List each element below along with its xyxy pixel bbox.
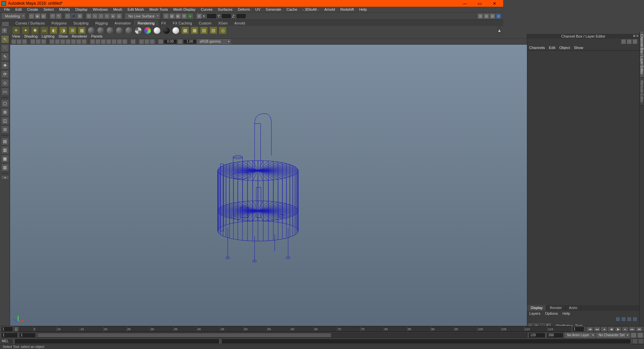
sidebar-toggle-3-icon[interactable]: ▥ <box>490 13 495 19</box>
shelf-tab-custom[interactable]: Custom <box>196 20 215 26</box>
resolution-gate-icon[interactable] <box>60 39 65 44</box>
coord-z-input[interactable] <box>236 13 246 19</box>
phong-material-icon[interactable] <box>106 27 114 35</box>
select-by-hierarchy-icon[interactable]: ⬚ <box>65 13 70 19</box>
menu-select[interactable]: Select <box>41 7 57 12</box>
displacement-icon[interactable] <box>172 27 180 35</box>
menu-arnold[interactable]: Arnold <box>322 7 338 12</box>
anisotropic-material-icon[interactable] <box>115 27 123 35</box>
shadows-icon[interactable] <box>122 39 127 44</box>
menu-modify[interactable]: Modify <box>56 7 72 12</box>
lasso-tool[interactable]: ➰ <box>1 44 9 52</box>
snap-curve-icon[interactable]: ∿ <box>92 13 98 19</box>
gamma-input[interactable] <box>164 39 177 44</box>
custom-layout[interactable]: ▧ <box>1 163 9 171</box>
menu-create[interactable]: Create <box>24 7 41 12</box>
xray-joints-icon[interactable] <box>145 39 149 44</box>
3d-texture-icon[interactable]: ▩ <box>181 27 189 35</box>
ramp-shader-icon[interactable] <box>125 27 133 35</box>
ambient-light-icon[interactable]: ◐ <box>50 27 58 35</box>
blinn-material-icon[interactable] <box>97 27 105 35</box>
menu-mesh-display[interactable]: Mesh Display <box>171 7 198 12</box>
camera-attrs-icon[interactable] <box>17 39 21 44</box>
2d-pan-icon[interactable] <box>36 39 41 44</box>
file-texture-icon[interactable]: ▧ <box>200 27 208 35</box>
xray-components-icon[interactable] <box>150 39 155 44</box>
shading-map-icon[interactable] <box>144 27 152 35</box>
menu-windows[interactable]: Windows <box>90 7 111 12</box>
menu-help[interactable]: Help <box>357 7 370 12</box>
rotate-tool[interactable]: ⟳ <box>1 70 9 78</box>
select-by-object-icon[interactable]: ⬛ <box>71 13 76 19</box>
panel-menu-renderer[interactable]: Renderer <box>72 34 87 38</box>
film-gate-icon[interactable] <box>55 39 60 44</box>
volume-light-icon[interactable]: ◑ <box>59 27 67 35</box>
four-pane-layout[interactable]: ⊞ <box>1 108 9 116</box>
area-light-icon[interactable]: ▭ <box>40 27 48 35</box>
point-light-icon[interactable]: ✦ <box>21 27 30 35</box>
menu-uv[interactable]: UV <box>253 7 263 12</box>
save-scene-icon[interactable]: ▤ <box>41 13 46 19</box>
move-tool[interactable]: ✥ <box>1 61 9 69</box>
select-camera-icon[interactable] <box>11 39 16 44</box>
menu-mesh[interactable]: Mesh <box>110 7 125 12</box>
panel-menu-shading[interactable]: Shading <box>24 34 38 38</box>
psd-texture-icon[interactable]: ▨ <box>209 27 217 35</box>
two-pane-stack-layout[interactable]: ⊟ <box>1 126 9 134</box>
shelf-tab-sculpting[interactable]: Sculpting <box>70 20 92 26</box>
last-tool[interactable]: ▭ <box>1 88 9 96</box>
field-chart-icon[interactable] <box>71 39 76 44</box>
2d-texture-icon[interactable]: ▦ <box>191 27 199 35</box>
new-scene-icon[interactable]: ▢ <box>29 13 34 19</box>
shelf-tab-fx[interactable]: FX <box>158 20 169 26</box>
batch-render-icon[interactable]: ▦ <box>78 27 86 35</box>
coord-y-input[interactable] <box>221 13 231 19</box>
layered-shader-icon[interactable] <box>134 27 142 35</box>
snap-grid-icon[interactable]: ⊡ <box>86 13 92 19</box>
scale-tool[interactable]: ◇ <box>1 79 9 87</box>
construction-history-icon[interactable]: ≡ <box>163 13 169 19</box>
grid-icon[interactable] <box>50 39 54 44</box>
shelf-tab-xgen[interactable]: XGen <box>215 20 231 26</box>
shelf-menu-icon[interactable]: ⚙ <box>2 28 7 33</box>
persp-graph-layout[interactable]: ▥ <box>1 146 9 154</box>
shelf-tab-fx-caching[interactable]: FX Caching <box>169 20 195 26</box>
xray-icon[interactable] <box>139 39 144 44</box>
minimize-button[interactable]: — <box>458 0 472 7</box>
select-by-component-icon[interactable]: ⊞ <box>77 13 83 19</box>
color-space-combo[interactable]: sRGB gamma <box>197 39 231 44</box>
grease-pencil-icon[interactable] <box>41 39 46 44</box>
single-pane-layout[interactable]: ▢ <box>1 99 9 107</box>
panel-layout-icon[interactable]: ⊞ <box>197 13 202 19</box>
menu-curves[interactable]: Curves <box>198 7 215 12</box>
ipr-render-icon[interactable]: ▩ <box>175 13 181 19</box>
live-surface-combo[interactable]: No Live Surface <box>125 13 160 19</box>
image-plane-icon[interactable] <box>31 39 35 44</box>
sidebar-toggle-1-icon[interactable]: ▥ <box>478 13 483 19</box>
spot-light-icon[interactable]: ✺ <box>31 27 39 35</box>
panel-menu-view[interactable]: View <box>12 34 20 38</box>
open-scene-icon[interactable]: ▣ <box>35 13 40 19</box>
safe-title-icon[interactable] <box>82 39 87 44</box>
render-current-icon[interactable]: ▦ <box>169 13 175 19</box>
two-pane-side-layout[interactable]: ◫ <box>1 117 9 125</box>
textured-icon[interactable] <box>112 39 116 44</box>
paint-select-tool[interactable]: ✎ <box>1 53 9 61</box>
sidebar-toggle-4-icon[interactable]: ▥ <box>496 13 501 19</box>
wireframe-icon[interactable] <box>90 39 95 44</box>
menu-mesh-tools[interactable]: Mesh Tools <box>147 7 170 12</box>
menu-deform[interactable]: Deform <box>235 7 253 12</box>
undo-icon[interactable]: ↶ <box>50 13 55 19</box>
select-tool[interactable]: ↖ <box>1 35 9 43</box>
workspace-combo[interactable]: Modeling <box>2 13 25 19</box>
hypershade-icon[interactable]: ● <box>187 13 193 19</box>
isolate-select-icon[interactable] <box>131 39 136 44</box>
menu-cache[interactable]: Cache <box>284 7 300 12</box>
safe-action-icon[interactable] <box>76 39 81 44</box>
smooth-shade-icon[interactable] <box>96 39 100 44</box>
shelf-tab-polygons[interactable]: Polygons <box>48 20 70 26</box>
directional-light-icon[interactable]: ☀ <box>12 27 20 35</box>
wireframe-on-shaded-icon[interactable] <box>106 39 111 44</box>
use-all-lights-icon[interactable] <box>117 39 122 44</box>
panel-menu-show[interactable]: Show <box>59 34 68 38</box>
